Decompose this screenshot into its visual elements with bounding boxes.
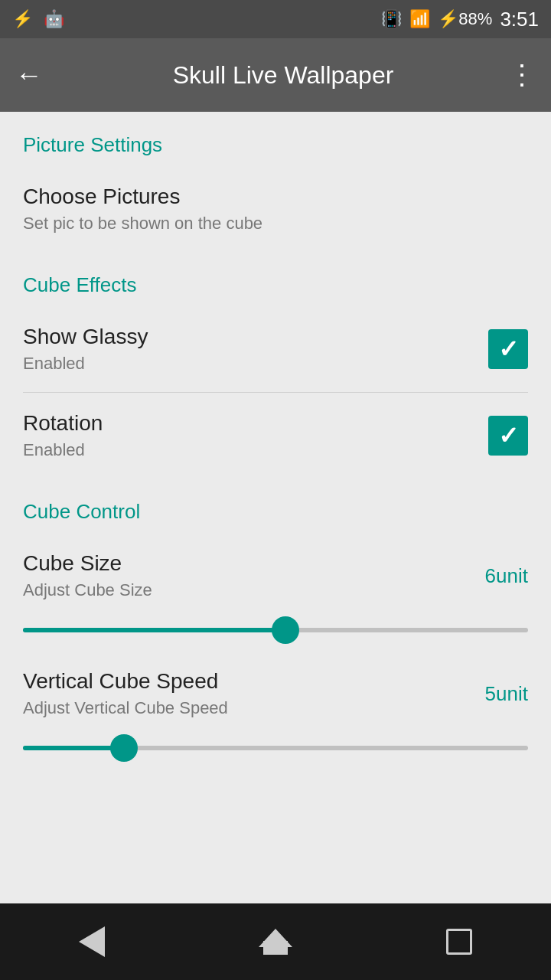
home-icon	[260, 929, 291, 955]
clock: 3:51	[500, 8, 539, 31]
setting-subtitle-cube-size: Adjust Cube Size	[23, 580, 485, 600]
slider-vertical-speed-container	[0, 737, 551, 769]
nav-home-button[interactable]	[245, 919, 306, 965]
setting-subtitle-show-glassy: Enabled	[23, 354, 488, 374]
setting-text-rotation: Rotation Enabled	[23, 411, 488, 460]
settings-content: Picture Settings Choose Pictures Set pic…	[0, 112, 551, 903]
setting-subtitle-rotation: Enabled	[23, 440, 488, 460]
slider-vertical-speed-thumb[interactable]	[110, 734, 138, 762]
slider-vertical-speed-fill	[23, 746, 124, 750]
vibrate-icon: 📳	[381, 9, 402, 29]
setting-subtitle-vertical-cube-speed: Adjust Vertical Cube Speed	[23, 698, 485, 718]
app-title: Skull Live Wallpaper	[58, 61, 508, 90]
nav-back-button[interactable]	[61, 919, 122, 965]
more-options-button[interactable]: ⋮	[508, 59, 536, 91]
setting-value-vertical-cube-speed: 5unit	[485, 682, 528, 706]
slider-vertical-speed-track[interactable]	[23, 746, 528, 750]
slider-cube-size-thumb[interactable]	[272, 616, 299, 644]
setting-title-vertical-cube-speed: Vertical Cube Speed	[23, 669, 485, 694]
setting-title-rotation: Rotation	[23, 411, 488, 436]
back-icon	[79, 926, 105, 957]
setting-item-vertical-cube-speed[interactable]: Vertical Cube Speed Adjust Vertical Cube…	[0, 651, 551, 737]
battery-indicator: ⚡88%	[438, 9, 492, 29]
setting-title-choose-pictures: Choose Pictures	[23, 185, 528, 209]
section-header-cube-control: Cube Control	[0, 479, 551, 533]
setting-text-show-glassy: Show Glassy Enabled	[23, 325, 488, 374]
slider-cube-size-track[interactable]	[23, 628, 528, 632]
android-icon: 🤖	[44, 9, 64, 29]
setting-title-cube-size: Cube Size	[23, 551, 485, 576]
setting-text-cube-size: Cube Size Adjust Cube Size	[23, 551, 485, 600]
checkmark-show-glassy: ✓	[498, 335, 519, 364]
usb-icon: ⚡	[12, 9, 33, 29]
setting-item-show-glassy[interactable]: Show Glassy Enabled ✓	[0, 306, 551, 392]
section-header-cube-effects: Cube Effects	[0, 252, 551, 306]
signal-icon: 📶	[409, 9, 430, 29]
home-body	[263, 941, 288, 955]
setting-text-choose-pictures: Choose Pictures Set pic to be shown on t…	[23, 185, 528, 234]
slider-cube-size-fill	[23, 628, 285, 632]
setting-item-rotation[interactable]: Rotation Enabled ✓	[0, 393, 551, 479]
setting-item-choose-pictures[interactable]: Choose Pictures Set pic to be shown on t…	[0, 166, 551, 252]
status-bar-left: ⚡ 🤖	[12, 9, 64, 29]
app-bar: ← Skull Live Wallpaper ⋮	[0, 38, 551, 112]
checkmark-rotation: ✓	[498, 421, 519, 450]
setting-subtitle-choose-pictures: Set pic to be shown on the cube	[23, 214, 528, 234]
section-header-picture-settings: Picture Settings	[0, 112, 551, 166]
slider-cube-size-container	[0, 619, 551, 651]
checkbox-show-glassy[interactable]: ✓	[488, 329, 528, 369]
bottom-navigation	[0, 903, 551, 980]
setting-text-vertical-cube-speed: Vertical Cube Speed Adjust Vertical Cube…	[23, 669, 485, 718]
status-bar-right: 📳 📶 ⚡88% 3:51	[381, 8, 539, 31]
setting-value-cube-size: 6unit	[485, 564, 528, 588]
recents-icon	[446, 929, 472, 955]
nav-recents-button[interactable]	[429, 919, 490, 965]
status-bar: ⚡ 🤖 📳 📶 ⚡88% 3:51	[0, 0, 551, 38]
battery-percent: 88%	[458, 9, 492, 28]
back-button[interactable]: ←	[15, 59, 43, 91]
setting-title-show-glassy: Show Glassy	[23, 325, 488, 349]
setting-item-cube-size[interactable]: Cube Size Adjust Cube Size 6unit	[0, 533, 551, 619]
checkbox-rotation[interactable]: ✓	[488, 416, 528, 456]
